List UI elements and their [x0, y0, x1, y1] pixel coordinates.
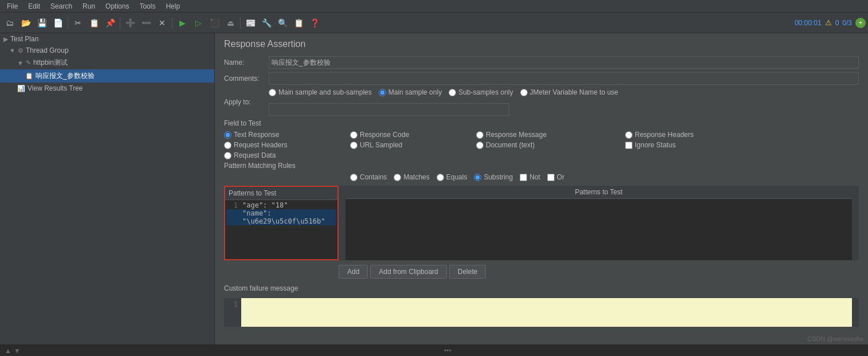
patterns-right-header: Patterns to Test	[345, 186, 852, 199]
httpbin-icon: ✎	[26, 59, 31, 66]
patterns-left-content[interactable]: 1 "age": "18" "name": "\u6e29\u5c0f\u516…	[225, 200, 337, 259]
field-response-headers[interactable]: Response Headers	[625, 131, 751, 139]
help-button[interactable]: ❓	[307, 15, 322, 30]
menu-options[interactable]: Options	[101, 1, 133, 11]
comments-label: Comments:	[224, 75, 264, 83]
field-response-message[interactable]: Response Message	[476, 131, 625, 139]
status-bar: ▲ ▼ •••	[0, 345, 868, 356]
apply-main-sub[interactable]: Main sample and sub-samples	[269, 88, 372, 96]
failure-message-section: Custom failure message 1	[224, 284, 859, 327]
add-from-clipboard-button[interactable]: Add from Clipboard	[370, 265, 446, 279]
arrow-down-icon[interactable]: ▼	[14, 347, 21, 355]
apply-sub-only[interactable]: Sub-samples only	[449, 88, 513, 96]
assertion-label: 响应报文_参数校验	[36, 71, 95, 81]
name-input[interactable]	[269, 56, 859, 69]
copy-button[interactable]: 📋	[87, 15, 101, 30]
results-tree-icon: 📊	[17, 85, 25, 92]
apply-jmeter-var[interactable]: JMeter Variable Name to use	[520, 88, 619, 96]
patterns-right-scrollbar[interactable]	[852, 186, 859, 260]
start-button[interactable]: ▶	[175, 15, 190, 30]
search-input-button[interactable]: 🔍	[275, 15, 290, 30]
pattern-line-1[interactable]: 1 "age": "18"	[226, 201, 336, 209]
menu-tools[interactable]: Tools	[135, 1, 160, 11]
shutdown-button[interactable]: ⏏	[223, 15, 238, 30]
content-panel: Response Assertion Name: Comments: Apply…	[215, 33, 868, 345]
templates-button[interactable]: 📰	[243, 15, 258, 30]
arrow-up-icon[interactable]: ▲	[5, 347, 11, 355]
menu-edit[interactable]: Edit	[23, 1, 45, 11]
sidebar-item-thread-group[interactable]: ▼ ⚙ Thread Group	[0, 45, 214, 56]
apply-to-label: Apply to:	[224, 98, 264, 106]
toolbar: 🗂 📂 💾 📄 ✂ 📋 📌 ➕ ➖ ✕ ▶ ▷ ⬛ ⏏ 📰 🔧 🔍 📋 ❓ 00…	[0, 13, 868, 33]
patterns-drag-handle[interactable]: ⋮	[339, 186, 345, 260]
rule-matches[interactable]: Matches	[394, 173, 429, 181]
watermark: CSDN @wenxiaoba	[807, 335, 863, 342]
new-button[interactable]: 🗂	[2, 15, 17, 30]
field-document-text[interactable]: Document (text)	[476, 141, 625, 149]
sidebar-item-test-plan[interactable]: ▶ Test Plan	[0, 33, 214, 45]
toolbar-right: 00:00:01 ⚠ 0 0/3 +	[795, 18, 866, 28]
stop-button[interactable]: ⬛	[207, 15, 222, 30]
menu-run[interactable]: Run	[78, 1, 100, 11]
menu-file[interactable]: File	[2, 1, 22, 11]
sidebar-item-results-tree[interactable]: 📊 View Results Tree	[0, 83, 214, 94]
open-button[interactable]: 📂	[18, 15, 33, 30]
menu-help[interactable]: Help	[161, 1, 184, 11]
pattern-matching-section: Pattern Matching Rules Contains Matches …	[224, 162, 859, 181]
rule-or[interactable]: Or	[547, 173, 564, 181]
add-pattern-button[interactable]: Add	[339, 265, 368, 279]
field-text-response[interactable]: Text Response	[224, 131, 350, 139]
function-helper[interactable]: 🔧	[259, 15, 274, 30]
save-button[interactable]: 💾	[34, 15, 49, 30]
field-to-test-section: Field to Test Text Response Response Cod…	[224, 119, 859, 159]
assertion-icon: 📋	[25, 72, 33, 80]
failure-line-num-1: 1	[227, 300, 238, 308]
elapsed-timer: 00:00:01	[795, 19, 822, 27]
sidebar-item-httpbin[interactable]: ▼ ✎ httpbin测试	[0, 56, 214, 69]
field-to-test-label: Field to Test	[224, 119, 859, 127]
field-response-code[interactable]: Response Code	[350, 131, 476, 139]
pattern-rules-group: Contains Matches Equals Substring Not	[224, 173, 859, 181]
apply-to-row: Apply to: Main sample and sub-samples Ma…	[224, 88, 859, 116]
field-url-sampled[interactable]: URL Sampled	[350, 141, 476, 149]
paste-button[interactable]: 📌	[103, 15, 117, 30]
rule-equals[interactable]: Equals	[437, 173, 468, 181]
comments-row: Comments:	[224, 72, 859, 85]
rule-contains[interactable]: Contains	[350, 173, 387, 181]
jmeter-var-input[interactable]	[269, 103, 509, 116]
patterns-left-panel: Patterns to Test 1 "age": "18" "name": "…	[224, 186, 339, 260]
apply-main-only[interactable]: Main sample only	[379, 88, 442, 96]
failure-scrollbar[interactable]	[852, 298, 859, 327]
apply-to-options: Main sample and sub-samples Main sample …	[269, 88, 859, 116]
cut-button[interactable]: ✂	[70, 15, 85, 30]
status-dots: •••	[32, 347, 863, 355]
menu-search[interactable]: Search	[46, 1, 77, 11]
sidebar: ▶ Test Plan ▼ ⚙ Thread Group ▼ ✎ httpbin…	[0, 33, 215, 345]
patterns-right-panel: Patterns to Test	[345, 186, 852, 260]
thread-group-expand-icon: ▼	[9, 47, 15, 54]
patterns-left-header: Patterns to Test	[225, 187, 337, 200]
delete-pattern-button[interactable]: Delete	[449, 265, 486, 279]
start-no-pause-button[interactable]: ▷	[191, 15, 206, 30]
log-viewer[interactable]: 📋	[291, 15, 306, 30]
field-ignore-status[interactable]: Ignore Status	[625, 141, 751, 149]
clear-button[interactable]: ✕	[155, 15, 170, 30]
rule-substring[interactable]: Substring	[474, 173, 513, 181]
results-tree-label: View Results Tree	[28, 84, 83, 92]
failure-content-area[interactable]	[241, 298, 852, 327]
comments-input[interactable]	[269, 72, 859, 85]
rule-not[interactable]: Not	[520, 173, 540, 181]
field-request-headers[interactable]: Request Headers	[224, 141, 350, 149]
sidebar-item-assertion[interactable]: 📋 响应报文_参数校验	[0, 69, 214, 83]
patterns-right-content[interactable]	[345, 199, 852, 260]
status-arrows: ▲ ▼	[5, 347, 21, 355]
pattern-line-2[interactable]: "name": "\u6e29\u5c0f\u516b"	[226, 209, 336, 225]
thread-group-label: Thread Group	[26, 46, 69, 54]
failure-line-nums: 1	[224, 298, 241, 327]
remove-button[interactable]: ➖	[139, 15, 154, 30]
add-button[interactable]: ➕	[123, 15, 138, 30]
save-all-button[interactable]: 📄	[50, 15, 65, 30]
field-request-data[interactable]: Request Data	[224, 151, 350, 159]
sep-3	[172, 17, 172, 29]
add-circle-button[interactable]: +	[855, 18, 866, 28]
